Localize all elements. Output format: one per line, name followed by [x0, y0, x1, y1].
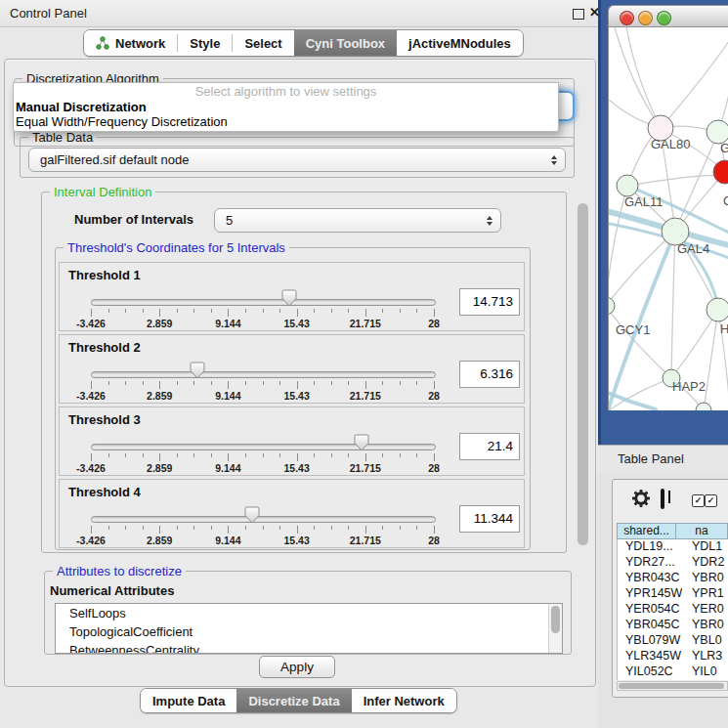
minor-tick: [177, 309, 178, 313]
apply-button[interactable]: Apply: [259, 656, 335, 678]
slider-handle[interactable]: [244, 506, 260, 524]
major-tick: [365, 453, 366, 461]
network-node[interactable]: [707, 298, 728, 321]
table-row[interactable]: YER054CYER0: [618, 602, 728, 618]
table-row[interactable]: YLR345WYLR3: [618, 649, 728, 664]
table-row[interactable]: YBL079WYBL0: [618, 633, 728, 649]
minor-tick: [108, 309, 109, 313]
checkbox-icon[interactable]: ✓: [692, 494, 705, 507]
gear-icon[interactable]: [631, 489, 651, 512]
network-edge[interactable]: [671, 310, 718, 378]
threshold-value-field[interactable]: 14.713: [459, 288, 520, 316]
checkbox-icon[interactable]: ✓: [705, 494, 717, 507]
slider-handle[interactable]: [354, 434, 369, 451]
node-label: GCY1: [616, 322, 650, 337]
tick-label: 9.144: [215, 462, 240, 474]
network-window-titlebar[interactable]: [608, 5, 728, 27]
network-edge[interactable]: [671, 232, 675, 378]
tick-label: -3.426: [76, 535, 106, 546]
major-tick: [297, 453, 298, 461]
slider-handle-shape: [354, 434, 369, 451]
minimize-traffic-light-icon[interactable]: [638, 11, 653, 25]
slider-handle[interactable]: [281, 289, 297, 307]
bottom-tab-infer-network[interactable]: Infer Network: [352, 689, 456, 712]
tab-select[interactable]: Select: [233, 30, 293, 56]
column-header-name[interactable]: na: [676, 524, 727, 538]
minor-tick: [348, 309, 349, 313]
attribute-list-item[interactable]: SelfLoops: [56, 604, 562, 622]
column-header-shared-name[interactable]: shared...: [618, 524, 676, 538]
zoom-traffic-light-icon[interactable]: [657, 11, 671, 25]
network-node[interactable]: [609, 297, 615, 315]
tick-label: 2.859: [147, 535, 172, 546]
minor-tick: [279, 453, 280, 457]
bottom-tab-discretize-data[interactable]: Discretize Data: [236, 689, 351, 712]
slider-handle[interactable]: [190, 362, 205, 379]
node-label: C: [723, 193, 728, 208]
panel-scrollbar-thumb[interactable]: [578, 203, 588, 545]
attribute-list-item[interactable]: TopologicalCoefficient: [56, 622, 562, 641]
attributes-list[interactable]: SelfLoopsTopologicalCoefficientBetweenne…: [55, 603, 563, 654]
number-of-intervals-combo[interactable]: 5: [214, 208, 501, 233]
minor-tick: [108, 526, 109, 530]
minor-tick: [416, 309, 417, 313]
minor-tick: [177, 381, 178, 385]
tick-label: 15.43: [283, 318, 309, 329]
major-tick: [91, 309, 92, 317]
bottom-tab-impute-data[interactable]: Impute Data: [141, 689, 236, 712]
attributes-list-scrollbar[interactable]: [548, 604, 562, 653]
slider-track[interactable]: [91, 299, 436, 306]
minor-tick: [382, 309, 383, 313]
cell-name: YIL0: [682, 664, 717, 680]
attribute-list-item[interactable]: BetweennessCentrality: [56, 641, 562, 654]
float-window-button[interactable]: [573, 9, 584, 20]
network-edge[interactable]: [609, 232, 675, 306]
table-row[interactable]: YPR145WYPR1: [618, 586, 728, 602]
dropdown-option-manual-discretization[interactable]: Manual Discretization: [14, 100, 558, 114]
attributes-scrollbar-thumb[interactable]: [551, 606, 560, 633]
network-edge[interactable]: [704, 310, 718, 410]
table-row[interactable]: YBR045CYBR0: [618, 618, 728, 633]
close-traffic-light-icon[interactable]: [620, 11, 634, 25]
tab-network[interactable]: Network: [84, 30, 177, 56]
split-columns-icon[interactable]: [661, 489, 664, 509]
threshold-row: Threshold 3-3.4262.8599.14415.4321.71528…: [59, 407, 525, 476]
slider-track[interactable]: [91, 444, 436, 450]
network-edge[interactable]: [627, 175, 728, 186]
node-label: GAL11: [624, 194, 664, 209]
panel-scrollbar[interactable]: [576, 62, 590, 683]
dropdown-options: Manual DiscretizationEqual Width/Frequen…: [14, 100, 558, 129]
threshold-value-field[interactable]: 11.344: [459, 505, 520, 533]
tab-style[interactable]: Style: [178, 30, 232, 56]
cell-name: YPR1: [682, 586, 724, 602]
network-edge[interactable]: [661, 41, 728, 128]
network-edge[interactable]: [626, 27, 661, 128]
minor-tick: [263, 381, 264, 385]
table-row[interactable]: YDR27...YDR2: [618, 555, 728, 571]
dropdown-option-equal-width-frequency-discretization[interactable]: Equal Width/Frequency Discretization: [14, 114, 558, 129]
threshold-value-field[interactable]: 21.4: [459, 433, 520, 460]
slider-handle-shape: [190, 362, 205, 379]
threshold-value-field[interactable]: 6.316: [459, 361, 520, 388]
tab-label: jActiveMNodules: [408, 36, 511, 51]
tick-label: -3.426: [76, 318, 106, 329]
network-node[interactable]: [617, 175, 638, 196]
tab-cyni-toolbox[interactable]: Cyni Toolbox: [294, 30, 397, 56]
minor-tick: [108, 381, 109, 385]
table-row[interactable]: YIL052CYIL0: [618, 664, 728, 680]
minor-tick: [125, 309, 126, 313]
tick-label: 28: [428, 462, 440, 474]
cell-name: YLR3: [682, 649, 722, 664]
table-horizontal-scrollbar[interactable]: [617, 681, 728, 691]
table-data-combo[interactable]: galFiltered.sif default node: [28, 148, 566, 172]
network-canvas[interactable]: GAL80GAL11GAL4GCY1HAP2HGAC: [608, 27, 728, 410]
table-body[interactable]: YDL19...YDL1YDR27...YDR2YBR043CYBR0YPR14…: [617, 539, 728, 680]
tab-jactivemnodules[interactable]: jActiveMNodules: [397, 30, 523, 56]
slider-track[interactable]: [91, 516, 436, 523]
slider-track[interactable]: [91, 371, 436, 378]
table-row[interactable]: YBR043CYBR0: [618, 571, 728, 586]
table-row[interactable]: YDL19...YDL1: [618, 539, 728, 555]
minor-tick: [125, 526, 126, 530]
screenshot-root: Control Panel ✕ NetworkStyleSelectCyni T…: [0, 0, 728, 728]
table-scrollbar-thumb[interactable]: [619, 683, 724, 689]
